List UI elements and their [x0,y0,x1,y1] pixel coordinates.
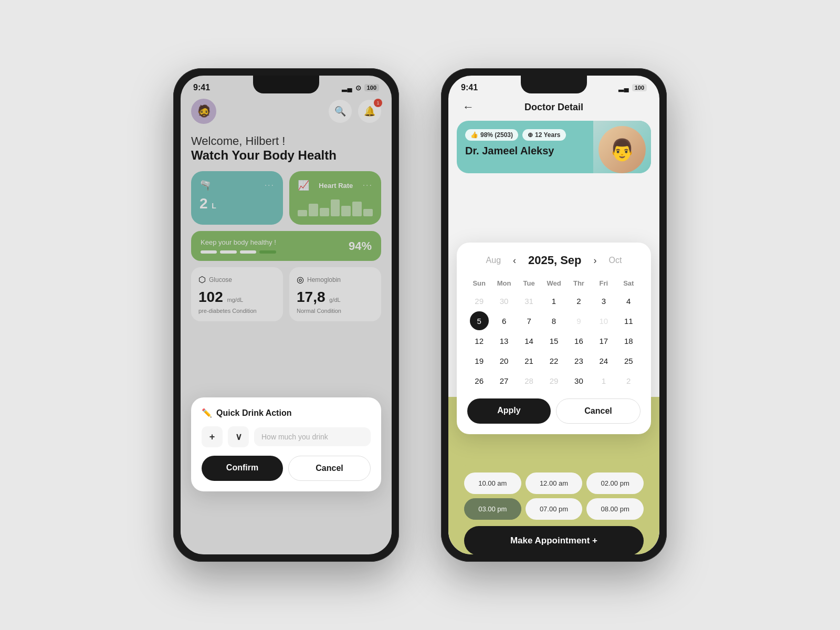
day-header-fri: Fri [592,276,615,290]
page-title: Doctor Detail [524,102,583,113]
experience-badge: ⊕ 12 Years [522,129,566,141]
confirm-button[interactable]: Confirm [202,456,283,481]
calendar-header: Aug ‹ 2025, Sep › Oct [467,253,640,268]
cancel-button-1[interactable]: Cancel [288,456,371,481]
cal-day[interactable]: 2 [619,371,638,390]
phone2-nav: ← Doctor Detail [448,92,659,121]
cal-day[interactable]: 1 [594,371,613,390]
make-appointment-button[interactable]: Make Appointment + [464,526,644,554]
rating-badge: 👍 98% (2503) [465,129,518,141]
cal-day[interactable]: 29 [470,291,489,310]
cal-day[interactable]: 21 [520,351,539,370]
phone2-content: ← Doctor Detail 👍 98% (2503) ⊕ 12 Years [448,92,659,554]
battery-icon-2: 100 [632,84,647,91]
cal-day[interactable]: 13 [495,331,513,350]
time-slots-area: 10.00 am 12.00 am 02.00 pm 03.00 pm 07.0… [457,465,651,554]
notch-2 [521,76,587,93]
cal-day[interactable]: 1 [544,291,563,310]
cal-day[interactable]: 24 [594,351,613,370]
cal-day[interactable]: 2 [569,291,588,310]
signal-icon-2: ▂▄ [618,84,628,92]
cal-day[interactable]: 7 [520,311,539,330]
time-slot-0300pm[interactable]: 03.00 pm [464,498,521,520]
time-slots-grid: 10.00 am 12.00 am 02.00 pm 03.00 pm 07.0… [464,472,644,520]
cal-day[interactable]: 3 [594,291,613,310]
stepper-minus[interactable]: ∨ [228,426,249,447]
cal-day[interactable]: 31 [520,291,539,310]
cal-day[interactable]: 11 [619,311,638,330]
modal-buttons: Confirm Cancel [202,456,371,481]
next-month-btn[interactable]: › [588,253,603,268]
time-slot-1200am[interactable]: 12.00 am [526,472,583,494]
cal-day[interactable]: 26 [470,371,489,390]
time-slot-0800pm[interactable]: 08.00 pm [586,498,644,520]
cal-day[interactable]: 17 [594,331,613,350]
doctor-image: 👨 [593,121,651,173]
apply-button[interactable]: Apply [467,398,551,424]
day-header-wed: Wed [542,276,565,290]
next-month[interactable]: Oct [609,256,622,265]
day-header-tue: Tue [517,276,541,290]
cal-day[interactable]: 4 [619,291,638,310]
cal-day[interactable]: 19 [470,351,489,370]
calendar-actions: Apply Cancel [467,398,640,424]
thumb-icon: 👍 [470,131,478,139]
cal-day[interactable]: 15 [544,331,563,350]
cal-day[interactable]: 28 [520,371,539,390]
day-header-sun: Sun [467,276,491,290]
status-icons-2: ▂▄ 100 [618,84,647,92]
phone-1: 9:41 ▂▄ ⊙ 100 🧔 🔍 🔔 1 [173,68,399,562]
time-slot-1000am[interactable]: 10.00 am [464,472,521,494]
cal-day[interactable]: 30 [495,291,513,310]
day-header-sat: Sat [617,276,640,290]
calendar-grid: Sun Mon Tue Wed Thr Fri Sat 29 30 31 1 2… [467,276,640,390]
status-time-2: 9:41 [461,83,478,92]
cal-day: 10 [594,311,613,330]
cancel-button-2[interactable]: Cancel [556,398,640,424]
modal-input-row: + ∨ How much you drink [202,426,371,447]
day-header-thu: Thr [567,276,591,290]
cal-day[interactable]: 16 [569,331,588,350]
current-month: 2025, Sep [528,254,582,267]
phone-2: 9:41 ▂▄ 100 ← Doctor Detail 👍 98% (2503) [441,68,667,562]
cal-day[interactable]: 8 [544,311,563,330]
cal-day: 9 [569,311,588,330]
cal-day[interactable]: 18 [619,331,638,350]
cal-day[interactable]: 25 [619,351,638,370]
doctor-card: 👍 98% (2503) ⊕ 12 Years Dr. Jameel Aleks… [457,121,651,173]
day-header-mon: Mon [492,276,516,290]
cal-day-selected[interactable]: 5 [470,311,489,330]
cal-day[interactable]: 27 [495,371,513,390]
calendar-modal: Aug ‹ 2025, Sep › Oct Sun Mon Tue Wed Th… [457,243,651,434]
drink-input[interactable]: How much you drink [254,427,371,446]
cal-day[interactable]: 14 [520,331,539,350]
pencil-icon: ✏️ [202,408,212,418]
cal-day[interactable]: 22 [544,351,563,370]
stepper-plus[interactable]: + [202,426,223,447]
cal-day[interactable]: 20 [495,351,513,370]
quick-drink-modal: ✏️ Quick Drink Action + ∨ How much you d… [191,397,381,491]
cal-day[interactable]: 29 [544,371,563,390]
prev-month[interactable]: Aug [486,256,501,265]
cal-day[interactable]: 12 [470,331,489,350]
back-button[interactable]: ← [459,98,478,117]
time-slot-0700pm[interactable]: 07.00 pm [526,498,583,520]
cal-day[interactable]: 6 [495,311,513,330]
cal-day[interactable]: 23 [569,351,588,370]
modal-title: ✏️ Quick Drink Action [202,408,371,418]
prev-month-btn[interactable]: ‹ [507,253,522,268]
doctor-photo: 👨 [598,126,646,173]
time-slot-0200pm[interactable]: 02.00 pm [586,472,644,494]
clock-icon: ⊕ [528,131,533,139]
cal-day[interactable]: 30 [569,371,588,390]
